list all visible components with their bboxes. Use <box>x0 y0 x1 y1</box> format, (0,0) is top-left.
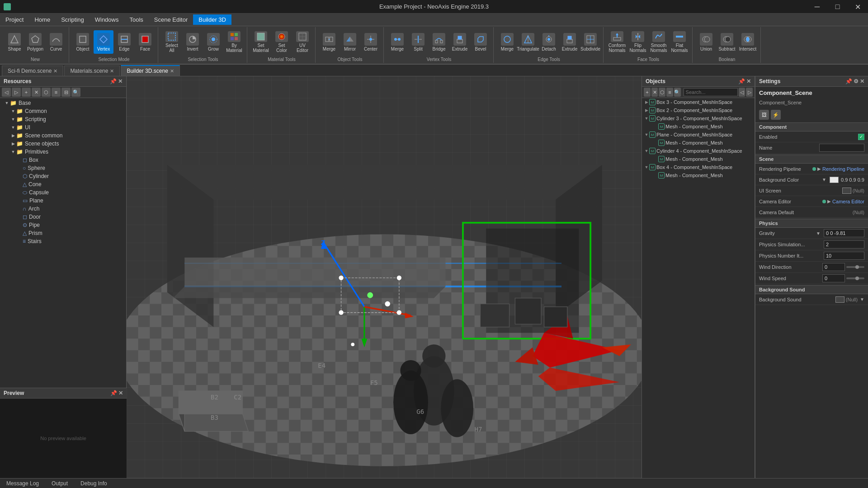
toolbar-mirror-btn[interactable]: Mirror <box>340 30 360 54</box>
camera-editor-arrow[interactable]: ▶ <box>827 199 831 204</box>
tree-item-base[interactable]: ▼ 📁 Base <box>0 99 126 107</box>
expand-box3[interactable]: ▶ <box>644 100 649 104</box>
res-search-btn[interactable]: 🔍 <box>71 88 80 97</box>
menu-scripting[interactable]: Scripting <box>56 14 90 25</box>
tab-close-scifi[interactable]: ✕ <box>53 68 57 74</box>
background-color-swatch[interactable] <box>830 177 839 183</box>
toolbar-merge-edge-btn[interactable]: Merge <box>497 30 517 54</box>
wind-direction-thumb[interactable] <box>855 265 859 269</box>
toolbar-shape-btn[interactable]: Shape <box>5 30 24 54</box>
tree-arrow-scene-common[interactable]: ▶ <box>10 133 16 138</box>
tree-item-scene-objects[interactable]: ▶ 📁 Scene objects <box>0 140 126 148</box>
rendering-pipeline-arrow[interactable]: ▶ <box>817 166 821 171</box>
menu-project[interactable]: Project <box>0 14 29 25</box>
toolbar-edge-btn[interactable]: Edge <box>114 30 134 54</box>
tab-close-materials[interactable]: ✕ <box>110 68 114 74</box>
minimize-button[interactable]: ─ <box>807 0 827 14</box>
obj-item-mesh-cyl4[interactable]: M Mesh - Component_Mesh <box>642 155 755 163</box>
toolbar-extrude-v-btn[interactable]: Extrude <box>450 30 470 54</box>
toolbar-invert-btn[interactable]: Invert <box>183 30 203 54</box>
menu-home[interactable]: Home <box>29 14 56 25</box>
toolbar-face-btn[interactable]: Face <box>135 30 155 54</box>
tree-item-prism[interactable]: △ Prism <box>0 229 126 237</box>
tree-item-arch[interactable]: ∩ Arch <box>0 205 126 213</box>
toolbar-subdivide-btn[interactable]: Subdivide <box>580 30 600 54</box>
bg-sound-dropdown[interactable]: ▼ <box>860 297 864 302</box>
tab-materials[interactable]: Materials.scene ✕ <box>64 66 120 76</box>
toolbar-subtract-btn[interactable]: Subtract <box>717 30 737 54</box>
tree-arrow-common[interactable]: ▼ <box>10 109 16 113</box>
bg-sound-swatch[interactable] <box>835 296 844 303</box>
objects-close-btn[interactable]: ✕ <box>746 78 751 84</box>
tree-arrow-scene-objects[interactable]: ▶ <box>10 141 16 146</box>
toolbar-split-btn[interactable]: Split <box>408 30 428 54</box>
res-back-btn[interactable]: ◁ <box>2 88 11 97</box>
wind-speed-thumb[interactable] <box>855 277 859 280</box>
res-delete-btn[interactable]: ✕ <box>32 88 41 97</box>
wind-direction-slider[interactable] <box>846 266 864 268</box>
settings-name-input[interactable] <box>819 144 864 152</box>
tree-item-common[interactable]: ▼ 📁 Common <box>0 107 126 115</box>
menu-builder3d[interactable]: Builder 3D <box>193 14 231 25</box>
toolbar-conform-normals-btn[interactable]: Conform Normals <box>607 30 627 54</box>
toolbar-union-btn[interactable]: Union <box>696 30 716 54</box>
settings-physics-number-input[interactable] <box>824 252 864 260</box>
toolbar-by-material-btn[interactable]: By Material <box>224 30 244 54</box>
tree-item-scripting[interactable]: ▼ 📁 Scripting <box>0 115 126 123</box>
obj-item-cyl3[interactable]: ▼ M Cylinder 3 - Component_MeshInSpace <box>642 114 755 122</box>
settings-img-btn[interactable]: 🖼 <box>759 110 769 120</box>
bg-color-collapse[interactable]: ▼ <box>822 177 827 182</box>
gravity-collapse[interactable]: ▼ <box>816 231 821 236</box>
settings-gravity-input[interactable] <box>824 229 864 237</box>
obj-settings-btn[interactable]: ≡ <box>666 88 673 97</box>
preview-close-btn[interactable]: ✕ <box>118 390 123 396</box>
res-duplicate-btn[interactable]: ⬡ <box>42 88 51 97</box>
viewport-scene[interactable]: B2 C2 B3 E4 F5 G6 H7 Z <box>127 76 642 478</box>
res-settings-btn[interactable]: ≡ <box>52 88 61 97</box>
bottom-tab-message-log[interactable]: Message Log <box>0 479 45 488</box>
resources-close-btn[interactable]: ✕ <box>118 78 123 84</box>
toolbar-merge-vertex-btn[interactable]: Merge <box>387 30 407 54</box>
tree-arrow-scripting[interactable]: ▼ <box>10 117 16 122</box>
window-controls[interactable]: ─ □ ✕ <box>807 0 868 14</box>
wind-speed-slider[interactable] <box>846 277 864 279</box>
settings-physics-sim-input[interactable] <box>824 240 864 249</box>
obj-item-box2[interactable]: ▶ M Box 2 - Component_MeshInSpace <box>642 106 755 114</box>
tree-arrow-primitives[interactable]: ▼ <box>10 150 16 154</box>
toolbar-select-all-btn[interactable]: Select All <box>162 30 182 54</box>
toolbar-uv-editor-btn[interactable]: UV Editor <box>292 30 312 54</box>
tree-item-stairs[interactable]: ≡ Stairs <box>0 237 126 245</box>
obj-nav-prev[interactable]: ◁ <box>739 88 745 97</box>
tree-arrow-ui[interactable]: ▼ <box>10 125 16 130</box>
tree-arrow-base[interactable]: ▼ <box>4 101 10 105</box>
toolbar-grow-btn[interactable]: Grow <box>203 30 223 54</box>
toolbar-flip-normals-btn[interactable]: Flip Normals <box>628 30 648 54</box>
tab-close-builder3d[interactable]: ✕ <box>170 68 174 74</box>
obj-add-btn[interactable]: + <box>644 88 651 97</box>
preview-pin-btn[interactable]: 📌 <box>110 390 117 396</box>
settings-enabled-checkbox[interactable]: ✓ <box>858 134 864 140</box>
expand-cyl4[interactable]: ▼ <box>644 149 649 153</box>
bottom-tab-debug[interactable]: Debug Info <box>74 479 113 488</box>
settings-bolt-btn[interactable]: ⚡ <box>771 110 781 120</box>
settings-pin-btn[interactable]: 📌 <box>845 78 852 84</box>
toolbar-merge-obj-btn[interactable]: Merge <box>319 30 339 54</box>
resources-pin-btn[interactable]: 📌 <box>110 78 117 84</box>
expand-box4[interactable]: ▼ <box>644 165 649 169</box>
toolbar-polygon-btn[interactable]: Polygon <box>25 30 45 54</box>
tree-item-plane[interactable]: ▭ Plane <box>0 197 126 205</box>
obj-search-btn[interactable]: 🔍 <box>674 88 681 97</box>
settings-gear-btn[interactable]: ⚙ <box>854 78 859 84</box>
tree-item-box[interactable]: ◻ Box <box>0 156 126 164</box>
toolbar-flat-normals-btn[interactable]: Flat Normals <box>670 30 689 54</box>
obj-item-box3[interactable]: ▶ M Box 3 - Component_MeshInSpace <box>642 98 755 106</box>
tab-scifi-demo[interactable]: Sci-fi Demo.scene ✕ <box>2 66 63 76</box>
bottom-tab-output[interactable]: Output <box>45 479 74 488</box>
rendering-pipeline-link[interactable]: Rendering Pipeline <box>822 166 864 172</box>
expand-cyl3[interactable]: ▼ <box>644 116 649 121</box>
settings-close-btn[interactable]: ✕ <box>860 78 864 84</box>
viewport[interactable]: B2 C2 B3 E4 F5 G6 H7 Z <box>127 76 642 478</box>
toolbar-object-btn[interactable]: Object <box>73 30 93 54</box>
settings-wind-speed-input[interactable] <box>822 274 845 282</box>
res-add-btn[interactable]: + <box>22 88 31 97</box>
